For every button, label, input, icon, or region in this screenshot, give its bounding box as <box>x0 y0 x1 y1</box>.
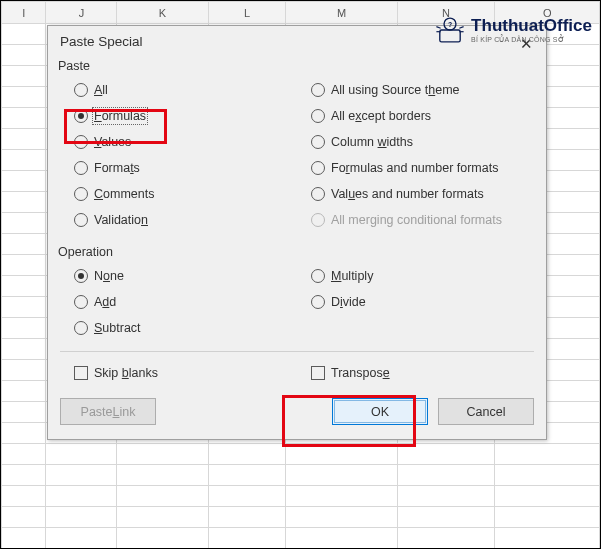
cell[interactable] <box>46 465 117 486</box>
cell[interactable] <box>2 66 46 87</box>
transpose-label: Transpose <box>331 366 390 380</box>
radio-icon <box>311 213 325 227</box>
radio-icon <box>74 161 88 175</box>
cell[interactable] <box>495 507 600 528</box>
cell[interactable] <box>495 444 600 465</box>
cancel-button[interactable]: Cancel <box>438 398 534 425</box>
cell[interactable] <box>117 507 208 528</box>
cell[interactable] <box>46 507 117 528</box>
cell[interactable] <box>495 486 600 507</box>
radio-icon <box>74 295 88 309</box>
cell[interactable] <box>2 507 46 528</box>
radio-label: Validation <box>94 213 148 227</box>
cell[interactable] <box>2 444 46 465</box>
paste-option[interactable]: Comments <box>60 181 297 207</box>
operation-option[interactable]: Multiply <box>297 263 534 289</box>
column-header[interactable]: M <box>286 2 397 24</box>
radio-icon <box>311 83 325 97</box>
radio-label: All <box>94 83 108 97</box>
column-header[interactable]: I <box>2 2 46 24</box>
svg-text:?: ? <box>448 21 452 28</box>
cell[interactable] <box>286 486 397 507</box>
radio-icon <box>311 161 325 175</box>
cell[interactable] <box>2 360 46 381</box>
cell[interactable] <box>46 486 117 507</box>
cell[interactable] <box>46 444 117 465</box>
cell[interactable] <box>117 444 208 465</box>
cell[interactable] <box>2 276 46 297</box>
paste-option[interactable]: Validation <box>60 207 297 233</box>
transpose-checkbox[interactable]: Transpose <box>297 360 534 386</box>
cell[interactable] <box>2 486 46 507</box>
cell[interactable] <box>2 24 46 45</box>
cell[interactable] <box>2 150 46 171</box>
ok-button[interactable]: OK <box>332 398 428 425</box>
cell[interactable] <box>2 402 46 423</box>
cell[interactable] <box>286 444 397 465</box>
cell[interactable] <box>117 465 208 486</box>
cell[interactable] <box>286 507 397 528</box>
paste-option[interactable]: Values <box>60 129 297 155</box>
cell[interactable] <box>46 528 117 549</box>
paste-link-button: Paste Link <box>60 398 156 425</box>
cell[interactable] <box>2 423 46 444</box>
cell[interactable] <box>397 507 495 528</box>
cell[interactable] <box>397 486 495 507</box>
cell[interactable] <box>208 507 286 528</box>
cell[interactable] <box>208 486 286 507</box>
operation-option[interactable]: None <box>60 263 297 289</box>
cell[interactable] <box>2 171 46 192</box>
cell[interactable] <box>495 528 600 549</box>
cell[interactable] <box>2 381 46 402</box>
cell[interactable] <box>117 528 208 549</box>
cell[interactable] <box>397 465 495 486</box>
cell[interactable] <box>208 465 286 486</box>
operation-option[interactable]: Subtract <box>60 315 297 341</box>
radio-icon <box>74 321 88 335</box>
cell[interactable] <box>286 465 397 486</box>
cell[interactable] <box>2 213 46 234</box>
cell[interactable] <box>2 87 46 108</box>
cell[interactable] <box>2 318 46 339</box>
paste-option[interactable]: Formulas and number formats <box>297 155 534 181</box>
column-header[interactable]: J <box>46 2 117 24</box>
column-header[interactable]: K <box>117 2 208 24</box>
paste-option[interactable]: Values and number formats <box>297 181 534 207</box>
paste-option[interactable]: Column widths <box>297 129 534 155</box>
cell[interactable] <box>208 528 286 549</box>
paste-option[interactable]: Formats <box>60 155 297 181</box>
svg-line-3 <box>437 27 441 29</box>
cell[interactable] <box>397 444 495 465</box>
cell[interactable] <box>2 465 46 486</box>
cell[interactable] <box>2 339 46 360</box>
skip-blanks-label: Skip blanks <box>94 366 158 380</box>
cell[interactable] <box>397 528 495 549</box>
radio-icon <box>311 135 325 149</box>
cell[interactable] <box>495 465 600 486</box>
cell[interactable] <box>2 234 46 255</box>
radio-label: Values and number formats <box>331 187 484 201</box>
paste-option[interactable]: Formulas <box>60 103 297 129</box>
radio-label: Comments <box>94 187 154 201</box>
cell[interactable] <box>208 444 286 465</box>
column-header[interactable]: L <box>208 2 286 24</box>
cell[interactable] <box>2 108 46 129</box>
cell[interactable] <box>117 486 208 507</box>
operation-option[interactable]: Divide <box>297 289 534 315</box>
skip-blanks-checkbox[interactable]: Skip blanks <box>60 360 297 386</box>
cell[interactable] <box>2 528 46 549</box>
paste-option[interactable]: All except borders <box>297 103 534 129</box>
cell[interactable] <box>2 45 46 66</box>
operation-option[interactable]: Add <box>60 289 297 315</box>
cell[interactable] <box>2 192 46 213</box>
cell[interactable] <box>2 297 46 318</box>
cell[interactable] <box>2 129 46 150</box>
cell[interactable] <box>286 528 397 549</box>
radio-label: Column widths <box>331 135 413 149</box>
radio-label: None <box>94 269 124 283</box>
mascot-icon: ? <box>433 13 467 47</box>
paste-option[interactable]: All using Source theme <box>297 77 534 103</box>
cell[interactable] <box>2 255 46 276</box>
paste-option[interactable]: All <box>60 77 297 103</box>
radio-icon <box>311 187 325 201</box>
